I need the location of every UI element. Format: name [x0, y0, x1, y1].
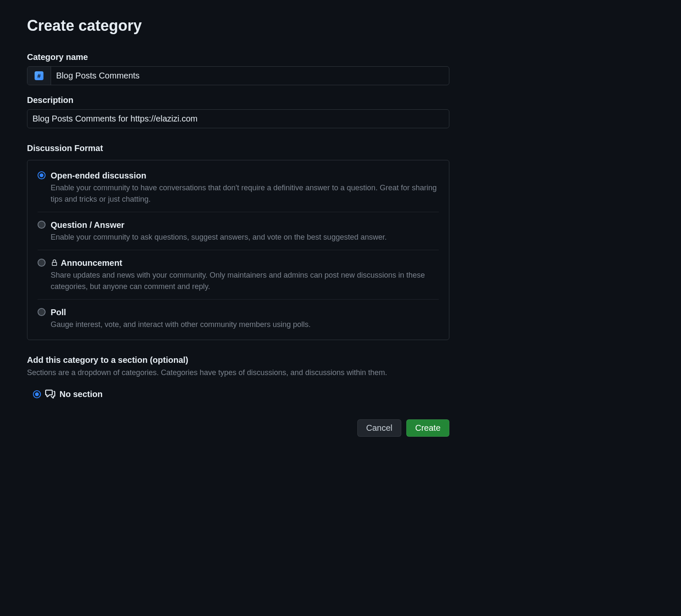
lock-icon	[51, 258, 58, 267]
create-button[interactable]: Create	[406, 419, 449, 437]
option-desc: Enable your community to have conversati…	[51, 182, 439, 205]
category-name-label: Category name	[27, 52, 449, 62]
section-option-none[interactable]: No section	[27, 389, 449, 399]
radio-button[interactable]	[38, 308, 46, 316]
add-section-heading: Add this category to a section (optional…	[27, 355, 449, 365]
format-option-qa[interactable]: Question / Answer Enable your community …	[38, 212, 439, 250]
discussion-format-section: Discussion Format Open-ended discussion …	[27, 143, 449, 340]
format-option-poll[interactable]: Poll Gauge interest, vote, and interact …	[38, 300, 439, 331]
radio-button[interactable]	[38, 221, 46, 229]
option-title: Open-ended discussion	[51, 170, 146, 181]
cancel-button[interactable]: Cancel	[357, 419, 401, 437]
section-option-label: No section	[59, 389, 103, 399]
format-option-announcement[interactable]: Announcement Share updates and news with…	[38, 250, 439, 300]
discussion-format-box: Open-ended discussion Enable your commun…	[27, 160, 449, 340]
emoji-picker-button[interactable]: #	[27, 67, 51, 85]
category-name-group: Category name #	[27, 52, 449, 85]
option-title: Announcement	[61, 257, 122, 269]
option-content: Open-ended discussion Enable your commun…	[51, 170, 439, 205]
category-name-input[interactable]	[51, 67, 449, 85]
option-content: Poll Gauge interest, vote, and interact …	[51, 306, 439, 330]
description-label: Description	[27, 95, 449, 105]
option-title: Question / Answer	[51, 219, 124, 231]
comment-discussion-icon	[45, 389, 55, 399]
option-desc: Gauge interest, vote, and interact with …	[51, 319, 439, 330]
radio-button[interactable]	[33, 390, 41, 398]
discussion-format-heading: Discussion Format	[27, 143, 449, 153]
radio-button[interactable]	[38, 259, 46, 267]
add-section-sub: Sections are a dropdown of categories. C…	[27, 368, 449, 377]
option-content: Announcement Share updates and news with…	[51, 257, 439, 292]
description-group: Description	[27, 95, 449, 128]
category-name-input-wrapper: #	[27, 66, 449, 85]
format-option-open-ended[interactable]: Open-ended discussion Enable your commun…	[38, 169, 439, 212]
hash-icon: #	[35, 71, 43, 80]
option-title: Poll	[51, 306, 66, 318]
add-section-block: Add this category to a section (optional…	[27, 355, 449, 399]
radio-button[interactable]	[38, 171, 46, 179]
description-input[interactable]	[27, 109, 449, 128]
option-desc: Share updates and news with your communi…	[51, 270, 439, 292]
option-desc: Enable your community to ask questions, …	[51, 232, 439, 243]
page-title: Create category	[27, 17, 449, 35]
option-content: Question / Answer Enable your community …	[51, 219, 439, 243]
footer-actions: Cancel Create	[27, 419, 449, 437]
